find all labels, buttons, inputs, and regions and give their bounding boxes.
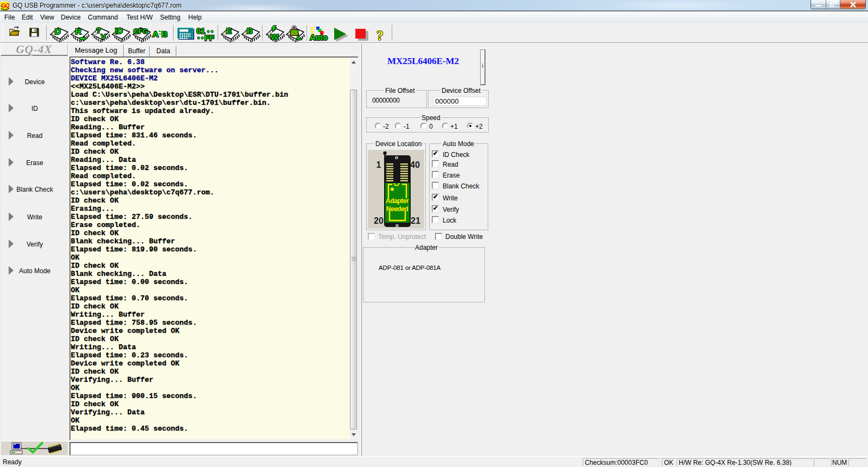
svg-text:E: E	[226, 26, 232, 35]
svg-text:Needed: Needed	[386, 205, 409, 213]
svg-text:20: 20	[374, 216, 384, 225]
svg-text:GQ: GQ	[1, 2, 9, 9]
svg-text:R: R	[75, 27, 81, 36]
svg-text:W: W	[271, 32, 279, 41]
svg-text:B: B	[247, 26, 253, 35]
svg-text:40: 40	[410, 160, 420, 169]
svg-text:Adapter: Adapter	[386, 197, 409, 205]
svg-text:1: 1	[376, 160, 381, 169]
svg-text:CFG: CFG	[133, 28, 148, 35]
svg-text:D: D	[55, 27, 61, 36]
svg-text:FF: FF	[205, 34, 214, 42]
svg-text:V: V	[101, 33, 106, 41]
svg-text:21: 21	[411, 216, 420, 225]
svg-text:?: ?	[376, 28, 384, 43]
svg-text:01: 01	[196, 27, 205, 35]
svg-text:Auto: Auto	[310, 33, 328, 42]
svg-text:ID: ID	[115, 27, 123, 35]
svg-text:?: ?	[96, 26, 101, 35]
svg-text:A: A	[152, 29, 158, 39]
